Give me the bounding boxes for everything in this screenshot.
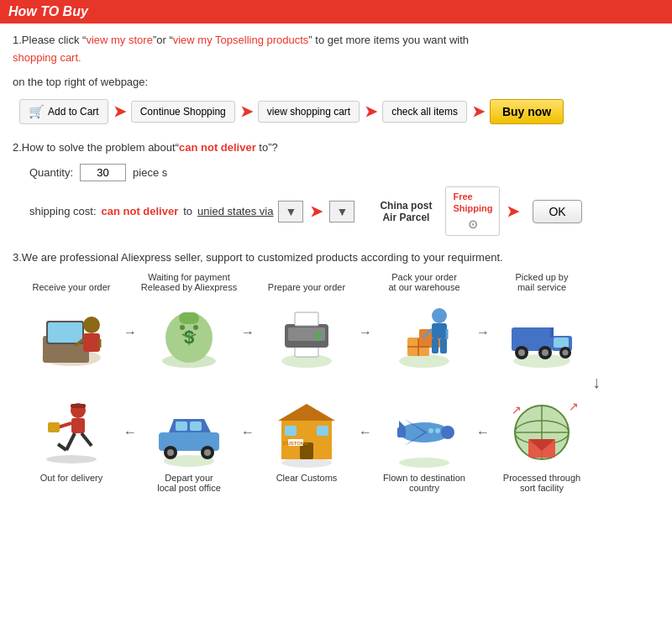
view-shopping-cart-button[interactable]: view shopping cart	[258, 101, 360, 123]
shipping-arrow-2: ➤	[507, 202, 519, 221]
workflow-row1-icons: → $ →	[21, 296, 651, 369]
shopping-cart-link[interactable]: shopping cart.	[13, 51, 81, 64]
arrow-4: ➤	[472, 102, 485, 121]
label-pack: Pack your orderat our warehouse	[374, 272, 475, 292]
svg-rect-34	[554, 338, 569, 348]
svg-rect-63	[285, 426, 297, 436]
shipping-via-text[interactable]: unied states via	[197, 205, 273, 217]
workflow-diagram: Receive your order Waiting for paymentRe…	[13, 272, 659, 493]
icon-sort: ↗ ↗	[491, 395, 592, 469]
step1-intro: 1.Please click “	[13, 34, 86, 46]
svg-point-50	[46, 455, 97, 463]
svg-point-56	[167, 449, 174, 456]
svg-rect-10	[179, 312, 199, 324]
header-title: How TO Buy	[8, 4, 88, 18]
wf-arrow-r4: ←	[475, 425, 491, 440]
label-sort: Processed throughsort facility	[491, 473, 592, 493]
add-to-cart-button[interactable]: 🛒 Add to Cart	[19, 99, 108, 124]
free-shipping-label: FreeShipping	[453, 191, 492, 215]
wf-arrow-1: →	[122, 325, 139, 340]
shipping-arrow-1: ➤	[310, 202, 323, 221]
step3-text: 3.We are professional Aliexpress seller,…	[13, 251, 659, 264]
wf-arrow-r2: ←	[239, 425, 256, 440]
svg-text:↗: ↗	[569, 400, 579, 413]
dropdown-button-2[interactable]: ▼	[329, 201, 354, 222]
svg-line-47	[66, 433, 75, 450]
shipping-to-text: to	[183, 205, 192, 217]
quantity-row: Quantity: piece s	[29, 164, 659, 181]
arrow-1: ➤	[113, 102, 126, 121]
purchase-flow: 🛒 Add to Cart ➤ Continue Shopping ➤ view…	[19, 99, 659, 124]
wf-arrow-3: →	[357, 325, 374, 340]
svg-point-58	[204, 449, 211, 456]
section-1: 1.Please click “view my store”or “view m…	[13, 32, 659, 124]
dropdown-button-1[interactable]: ▼	[278, 201, 303, 222]
ok-button[interactable]: OK	[533, 200, 581, 223]
down-arrow: ↓	[21, 373, 651, 392]
label-waiting: Waiting for paymentReleased by Aliexpres…	[139, 272, 239, 292]
workflow-row2-labels: Out for delivery Depart yourlocal post o…	[21, 473, 651, 493]
svg-point-38	[542, 349, 549, 356]
shipping-options: China post Air Parcel FreeShipping ⊙ ➤ O…	[371, 186, 581, 236]
quantity-unit: piece s	[133, 166, 167, 179]
free-shipping-dot: ⊙	[468, 217, 478, 232]
svg-line-45	[58, 423, 71, 427]
icon-depart	[139, 395, 239, 469]
svg-point-74	[428, 428, 433, 433]
arrow-3: ➤	[365, 102, 377, 121]
step2-title: 2.How to solve the problem about“can not…	[13, 139, 659, 157]
section-3: 3.We are professional Aliexpress seller,…	[13, 251, 659, 493]
label-depart: Depart yourlocal post office	[139, 473, 239, 493]
svg-rect-44	[71, 418, 85, 433]
topselling-link[interactable]: view my Topselling products	[173, 34, 309, 46]
label-flown: Flown to destinationcountry	[374, 473, 475, 493]
wf-arrow-r1: ←	[122, 425, 139, 440]
shipping-row: shipping cost: can not deliver to unied …	[29, 201, 354, 222]
cannot-deliver-shipping: can not deliver	[102, 205, 179, 217]
china-post-label: China post	[380, 200, 432, 212]
svg-rect-43	[71, 404, 86, 408]
svg-line-49	[58, 444, 66, 450]
svg-text:CUSTOMS: CUSTOMS	[283, 441, 308, 446]
svg-rect-26	[432, 323, 447, 338]
buy-now-button[interactable]: Buy now	[490, 99, 564, 124]
quantity-input[interactable]	[80, 164, 126, 181]
arrow-2: ➤	[240, 102, 253, 121]
svg-point-36	[518, 349, 525, 356]
quantity-label: Quantity:	[29, 166, 73, 179]
continue-shopping-button[interactable]: Continue Shopping	[131, 101, 235, 123]
svg-rect-29	[432, 338, 438, 353]
svg-rect-46	[48, 422, 60, 432]
section-2: 2.How to solve the problem about“can not…	[13, 139, 659, 236]
check-all-items-button[interactable]: check all items	[382, 101, 467, 123]
svg-point-13	[193, 325, 198, 330]
svg-rect-5	[83, 333, 100, 352]
free-shipping-box: FreeShipping ⊙	[445, 186, 500, 236]
icon-customs: CUSTOMS	[256, 395, 357, 469]
icon-waiting: $	[139, 296, 239, 369]
wf-arrow-r3: ←	[357, 425, 374, 440]
workflow-row2-icons: ←	[21, 395, 651, 469]
page-header: How TO Buy	[0, 0, 672, 24]
label-receive: Receive your order	[21, 282, 122, 292]
svg-point-67	[399, 458, 449, 468]
svg-point-40	[563, 349, 569, 355]
label-customs: Clear Customs	[256, 473, 357, 483]
svg-rect-64	[317, 426, 328, 436]
svg-point-75	[435, 428, 440, 433]
svg-rect-30	[440, 338, 447, 353]
icon-pickup	[491, 296, 592, 369]
step1-subtext: on the top right of webpage:	[13, 74, 659, 92]
svg-point-69	[441, 426, 454, 439]
svg-rect-3	[48, 322, 82, 343]
icon-receive	[21, 296, 122, 369]
svg-point-20	[399, 354, 449, 368]
svg-point-19	[315, 332, 322, 339]
air-parcel-label: Air Parcel	[382, 212, 429, 223]
view-store-link[interactable]: view my store	[86, 34, 152, 46]
svg-rect-54	[190, 421, 202, 431]
cannot-deliver-label: can not deliver	[179, 141, 256, 154]
icon-prepare	[256, 296, 357, 369]
svg-rect-18	[295, 312, 318, 326]
china-post-info: China post Air Parcel	[380, 200, 432, 223]
